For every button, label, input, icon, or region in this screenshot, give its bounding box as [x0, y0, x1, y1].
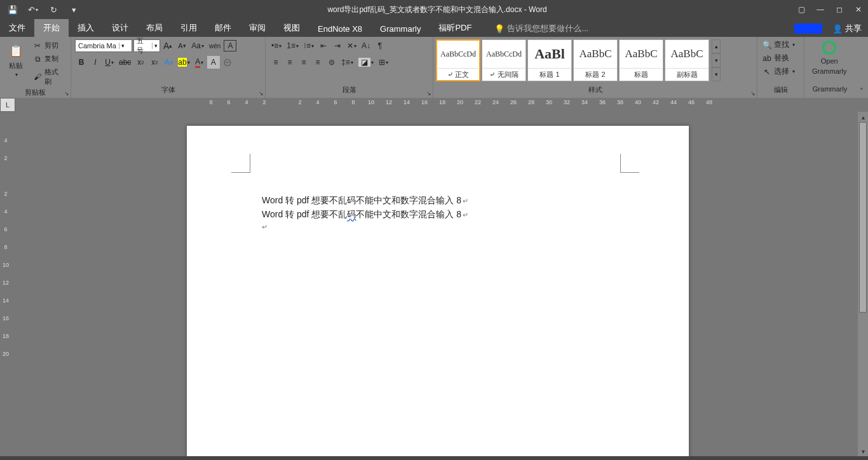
minimize-button[interactable]: —	[811, 1, 830, 18]
gallery-scroll-btn[interactable]: ▴	[712, 39, 721, 53]
align-left-button[interactable]: ≡	[269, 56, 282, 69]
style-item-4[interactable]: AaBbC标题	[619, 39, 663, 81]
font-launcher[interactable]: ↘	[259, 90, 264, 97]
style-item-0[interactable]: AaBbCcDd⤶ 正文	[436, 39, 480, 81]
user-account[interactable]	[794, 24, 822, 34]
format-painter-button[interactable]: 🖌格式刷	[31, 66, 67, 88]
share-button[interactable]: 👤 共享	[826, 20, 868, 37]
scroll-down-button[interactable]: ▾	[858, 446, 868, 456]
cut-button[interactable]: ✂剪切	[31, 39, 67, 51]
styles-launcher[interactable]: ↘	[750, 90, 756, 97]
undo-button[interactable]: ↶▾	[24, 1, 42, 18]
align-center-button[interactable]: ≡	[283, 56, 296, 69]
close-button[interactable]: ✕	[849, 1, 868, 18]
subscript-button[interactable]: x2	[134, 56, 147, 69]
select-button[interactable]: ↖选择▾	[763, 66, 795, 77]
gallery-more-button[interactable]: ▾	[712, 67, 721, 81]
asian-layout-button[interactable]: ✕▾	[345, 39, 358, 52]
style-item-5[interactable]: AaBbC副标题	[665, 39, 709, 81]
shrink-font-button[interactable]: A▾	[175, 39, 188, 52]
tell-me-box[interactable]: 💡 告诉我您想要做什么...	[488, 20, 595, 37]
ribbon-display-button[interactable]: ▢	[792, 1, 811, 18]
decrease-indent-button[interactable]: ⇤	[317, 39, 330, 52]
scroll-thumb[interactable]	[859, 122, 867, 313]
open-grammarly-button[interactable]: Open Grammarly	[804, 37, 854, 79]
line-spacing-button[interactable]: ‡≡▾	[339, 56, 355, 69]
enclose-char-button[interactable]: ㊀	[221, 56, 234, 69]
show-marks-button[interactable]: ¶	[374, 39, 386, 52]
underline-button[interactable]: U▾	[103, 56, 116, 69]
increase-indent-button[interactable]: ⇥	[331, 39, 344, 52]
font-size-combo[interactable]: 五号▾	[133, 39, 160, 52]
tab-home[interactable]: 开始	[34, 19, 69, 37]
grow-font-button[interactable]: A▴	[161, 39, 174, 52]
tab-file[interactable]: 文件	[0, 19, 34, 37]
borders-button[interactable]: ⊞▾	[377, 56, 390, 69]
paragraph-2[interactable]: Word 转 pdf 想要不乱码不能中文和数字混合输入 8	[262, 207, 618, 221]
title-bar: 💾 ↶▾ ↻ ▾ word导出pdf乱码_英文或者数字不能和中文混合输入.doc…	[0, 0, 868, 19]
group-styles: AaBbCcDd⤶ 正文AaBbCcDd⤶ 无间隔AaBl标题 1AaBbC标题…	[433, 37, 757, 98]
document-canvas[interactable]: Word 转 pdf 想要不乱码不能中文和数字混合输入 8 Word 转 pdf…	[15, 112, 858, 456]
clipboard-launcher[interactable]: ↘	[64, 90, 69, 97]
find-button[interactable]: 🔍查找▾	[763, 39, 795, 50]
maximize-button[interactable]: ◻	[830, 1, 849, 18]
collapse-ribbon-button[interactable]: ˄	[855, 37, 868, 98]
justify-button[interactable]: ≡	[311, 56, 324, 69]
align-right-button[interactable]: ≡	[297, 56, 310, 69]
redo-button[interactable]: ↻	[44, 1, 62, 18]
qat-customize[interactable]: ▾	[65, 1, 83, 18]
tab-layout[interactable]: 布局	[137, 19, 172, 37]
horizontal-ruler[interactable]: 8642246810121416182022242628303234363840…	[15, 98, 868, 112]
style-item-2[interactable]: AaBl标题 1	[527, 39, 572, 81]
tab-review[interactable]: 审阅	[240, 19, 275, 37]
paragraph-launcher[interactable]: ↘	[426, 90, 431, 97]
tab-endnote[interactable]: EndNote X8	[309, 21, 371, 37]
superscript-button[interactable]: x2	[148, 56, 161, 69]
page[interactable]: Word 转 pdf 想要不乱码不能中文和数字混合输入 8 Word 转 pdf…	[187, 126, 689, 456]
chevron-down-icon[interactable]: ▾	[152, 43, 159, 49]
text-effects-button[interactable]: A▾	[162, 56, 175, 69]
bullets-button[interactable]: •≡▾	[269, 39, 283, 52]
copy-button[interactable]: ⧉复制	[31, 53, 67, 65]
scroll-up-button[interactable]: ▴	[858, 112, 868, 122]
sort-button[interactable]: A↓	[360, 39, 372, 52]
tab-mailings[interactable]: 邮件	[206, 19, 240, 37]
change-case-button[interactable]: Aa▾	[189, 39, 206, 52]
replace-button[interactable]: ab替换	[763, 53, 795, 64]
tab-insert[interactable]: 插入	[69, 19, 103, 37]
shading-button[interactable]: ◪▾	[356, 56, 376, 69]
char-border-button[interactable]: A	[224, 40, 236, 51]
font-color-button[interactable]: A▾	[193, 56, 206, 69]
vertical-ruler[interactable]: 422468101214161820	[0, 112, 15, 456]
multilevel-button[interactable]: ⁝≡▾	[302, 39, 316, 52]
paste-button[interactable]: 📋 粘贴 ▾	[4, 39, 28, 84]
document-area: 422468101214161820 Word 转 pdf 想要不乱码不能中文和…	[0, 112, 868, 456]
tab-grammarly[interactable]: Grammarly	[371, 21, 430, 37]
char-shading-button[interactable]: A	[207, 56, 220, 69]
tab-design[interactable]: 设计	[103, 19, 137, 37]
tab-view[interactable]: 视图	[275, 19, 309, 37]
italic-button[interactable]: I	[89, 56, 102, 69]
style-item-3[interactable]: AaBbC标题 2	[573, 39, 618, 81]
share-label: 共享	[845, 23, 862, 34]
distribute-button[interactable]: ⊜	[325, 56, 338, 69]
numbering-button[interactable]: 1≡▾	[285, 39, 301, 52]
tab-foxit[interactable]: 福昕PDF	[430, 19, 480, 37]
vertical-scrollbar[interactable]: ▴ ▾	[858, 112, 868, 456]
document-body[interactable]: Word 转 pdf 想要不乱码不能中文和数字混合输入 8 Word 转 pdf…	[262, 193, 618, 233]
font-name-combo[interactable]: Cambria Ma▾	[75, 39, 132, 52]
highlight-button[interactable]: ab▾	[176, 56, 191, 69]
phonetic-guide-button[interactable]: wén	[207, 39, 222, 52]
save-button[interactable]: 💾	[4, 1, 22, 18]
group-editing-label: 编辑	[774, 86, 788, 93]
tab-references[interactable]: 引用	[172, 19, 206, 37]
find-label: 查找	[774, 39, 789, 50]
gallery-scroll-btn[interactable]: ▾	[712, 53, 721, 67]
style-item-1[interactable]: AaBbCcDd⤶ 无间隔	[482, 39, 526, 81]
paragraph-1[interactable]: Word 转 pdf 想要不乱码不能中文和数字混合输入 8	[262, 193, 618, 207]
chevron-down-icon[interactable]: ▾	[119, 43, 126, 49]
scroll-track[interactable]	[858, 122, 868, 446]
bold-button[interactable]: B	[75, 56, 88, 69]
strike-button[interactable]: abc	[117, 56, 133, 69]
tab-selector[interactable]: L	[0, 98, 15, 112]
